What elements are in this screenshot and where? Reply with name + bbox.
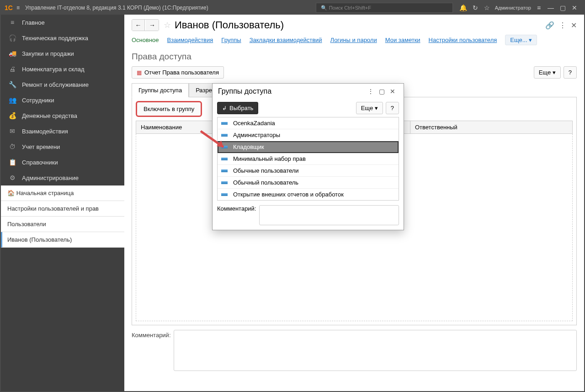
sidebar-item-label: Учет времени [22, 143, 60, 150]
list-item[interactable]: Обычный пользователь [218, 177, 399, 189]
help-button[interactable]: ? [564, 66, 577, 79]
global-search[interactable]: 🔍 Поиск Ctrl+Shift+F [316, 3, 453, 13]
forward-button[interactable]: → [146, 20, 159, 31]
sidebar-sec-settings[interactable]: Настройки пользователей и прав [1, 201, 124, 217]
more-button[interactable]: Еще ▾ [534, 66, 561, 79]
col-responsible: Ответственный [410, 121, 572, 133]
sidebar-item-support[interactable]: 🎧Техническая поддержка [1, 30, 124, 46]
money-icon: 💰 [7, 112, 17, 119]
comment-input[interactable] [174, 330, 577, 371]
sidebar-item-reference[interactable]: 📋Справочники [1, 154, 124, 170]
search-placeholder: Поиск Ctrl+Shift+F [329, 5, 371, 11]
page-title: Иванов (Пользователь) [175, 19, 545, 31]
subnav-settings[interactable]: Настройки пользователя [429, 37, 497, 43]
subnav-bookmarks[interactable]: Закладки взаимодействий [250, 37, 322, 43]
list-icon: 📋 [7, 159, 17, 166]
modal-kebab-icon[interactable]: ⋮ [365, 88, 376, 95]
subnav-groups[interactable]: Группы [221, 37, 241, 43]
list-item[interactable]: Администраторы [218, 129, 399, 141]
search-icon: 🔍 [321, 5, 327, 11]
sidebar-item-staff[interactable]: 👥Сотрудники [1, 92, 124, 108]
report-button[interactable]: ▦Отчет Права пользователя [132, 66, 224, 79]
gear-icon: ⚙ [7, 174, 17, 181]
modal-title: Группы доступа [218, 87, 365, 95]
subnav-notes[interactable]: Мои заметки [385, 37, 420, 43]
sidebar-sec-ivanov[interactable]: Иванов (Пользователь) [1, 232, 124, 248]
close-page-icon[interactable]: ✕ [571, 21, 577, 30]
modal-more-button[interactable]: Еще ▾ [356, 102, 383, 114]
subnav: Основное Взаимодействия Группы Закладки … [132, 35, 577, 45]
subnav-logins[interactable]: Логины и пароли [330, 37, 377, 43]
sidebar-sec-users[interactable]: Пользователи [1, 217, 124, 232]
item-icon [221, 181, 228, 184]
favorite-star-icon[interactable]: ☆ [164, 20, 171, 30]
star-icon[interactable]: ☆ [481, 4, 493, 11]
sidebar-item-label: Взаимодействия [22, 128, 68, 135]
back-button[interactable]: ← [132, 20, 145, 31]
comment-row: Комментарий: [132, 330, 577, 371]
item-icon [221, 146, 228, 148]
access-groups-modal: Группы доступа ⋮ ▢ ✕ ↲Выбрать Еще ▾ ? Oc… [212, 83, 404, 230]
hamburger-icon[interactable]: ≡ [16, 5, 20, 11]
minimize-icon[interactable]: — [545, 4, 557, 11]
sidebar-item-label: Ремонт и обслуживание [22, 81, 89, 88]
sidebar-item-label: Закупки и продажи [22, 50, 74, 57]
sidebar-item-label: Техническая поддержка [22, 35, 88, 42]
sidebar-item-label: Номенклатура и склад [22, 66, 84, 73]
modal-comment-input[interactable] [259, 205, 399, 225]
list-item[interactable]: Обычные пользователи [218, 165, 399, 177]
history-icon[interactable]: ↻ [469, 4, 481, 11]
wrench-icon: 🔧 [7, 81, 17, 88]
sidebar-item-money[interactable]: 💰Денежные средства [1, 108, 124, 123]
sidebar-item-repair[interactable]: 🔧Ремонт и обслуживание [1, 77, 124, 92]
titlebar: 1C ≡ Управление IT-отделом 8, редакция 3… [1, 1, 584, 15]
sidebar-item-sales[interactable]: 🚚Закупки и продажи [1, 46, 124, 61]
bell-icon[interactable]: 🔔 [457, 4, 469, 11]
subnav-interactions[interactable]: Взаимодействия [167, 37, 213, 43]
include-in-group-button[interactable]: Включить в группу [136, 101, 202, 117]
report-icon: ▦ [137, 69, 142, 76]
comment-label: Комментарий: [132, 330, 171, 371]
sidebar-item-interactions[interactable]: ✉Взаимодействия [1, 123, 124, 139]
section-title: Права доступа [132, 52, 577, 62]
item-icon [221, 158, 228, 160]
truck-icon: 🚚 [7, 50, 17, 57]
main-icon: ≡ [7, 19, 17, 26]
sidebar: ≡Главное 🎧Техническая поддержка 🚚Закупки… [1, 15, 124, 391]
subnav-main[interactable]: Основное [132, 37, 159, 43]
sidebar-sec-home[interactable]: Начальная страница [1, 185, 124, 201]
nav-buttons: ← → [132, 19, 159, 31]
sidebar-item-time[interactable]: ⏱Учет времени [1, 139, 124, 154]
list-item[interactable]: Минимальный набор прав [218, 153, 399, 165]
list-item-selected[interactable]: Кладовщик [218, 141, 399, 153]
modal-comment-label: Комментарий: [217, 205, 256, 225]
sidebar-item-main[interactable]: ≡Главное [1, 15, 124, 30]
people-icon: 👥 [7, 96, 17, 104]
tab-access-groups[interactable]: Группы доступа [132, 83, 189, 97]
select-button[interactable]: ↲Выбрать [217, 102, 258, 114]
subnav-more[interactable]: Еще... ▾ [505, 35, 537, 45]
mail-icon: ✉ [7, 127, 17, 135]
kebab-icon[interactable]: ⋮ [559, 21, 566, 30]
modal-close-icon[interactable]: ✕ [387, 88, 398, 95]
modal-help-button[interactable]: ? [386, 102, 399, 114]
logo-1c: 1C [5, 4, 13, 11]
select-icon: ↲ [222, 105, 227, 111]
modal-list: OcenkaZadania Администраторы Кладовщик М… [217, 117, 399, 201]
sidebar-item-stock[interactable]: 🖨Номенклатура и склад [1, 61, 124, 77]
sidebar-item-label: Администрирование [22, 175, 79, 181]
modal-maximize-icon[interactable]: ▢ [376, 88, 387, 95]
item-icon [221, 134, 228, 137]
sidebar-item-label: Справочники [22, 159, 58, 166]
user-label[interactable]: Администратор [495, 5, 531, 11]
clock-icon: ⏱ [7, 143, 17, 150]
sidebar-item-label: Денежные средства [22, 112, 77, 119]
close-icon[interactable]: ✕ [569, 4, 580, 11]
menu-icon[interactable]: ≡ [533, 4, 545, 11]
item-icon [221, 193, 228, 196]
list-item[interactable]: OcenkaZadania [218, 117, 399, 129]
list-item[interactable]: Открытие внешних отчетов и обработок [218, 189, 399, 200]
maximize-icon[interactable]: ▢ [557, 4, 569, 11]
sidebar-item-admin[interactable]: ⚙Администрирование [1, 170, 124, 185]
link-icon[interactable]: 🔗 [545, 21, 554, 30]
